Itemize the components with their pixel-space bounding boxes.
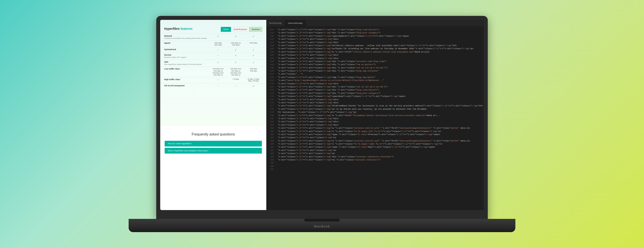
- feature-row-ce-vlan: CE-VLAN transparent — — ✓: [160, 83, 266, 89]
- feature-row-high-traffic: High traffic class — 2.5 Mbps 10 Mbps, 2…: [160, 77, 266, 83]
- faq-section: Frequently asked questions How do I orde…: [160, 126, 266, 196]
- feature-row-speed: Speed 2000 Mbps4000 Mbps 2000 Mbps up400…: [160, 41, 266, 47]
- laptop-base: MacBook: [128, 219, 516, 232]
- laptop-body: Hyperfibre features Home Small Business …: [128, 16, 516, 232]
- features-title: Hyperfibre features: [164, 27, 192, 30]
- features-highlight: features: [180, 27, 192, 30]
- website-preview: Hyperfibre features Home Small Business …: [160, 20, 266, 210]
- faq-item-1[interactable]: How do I order Hyperfibre?: [165, 141, 262, 146]
- nav-tab-small-business[interactable]: Small Business: [231, 27, 250, 32]
- line-numbers: 2532542552562572582592602612622632642652…: [266, 26, 275, 210]
- laptop-brand: MacBook: [314, 225, 330, 228]
- features-section: Hyperfibre features Home Small Business …: [160, 20, 266, 126]
- feature-row-low-traffic: Low traffic class 2000 Mbps down2000 Mbp…: [160, 66, 266, 77]
- laptop-screen-bezel: Hyperfibre features Home Small Business …: [156, 16, 488, 219]
- nav-tab-business[interactable]: Business: [249, 27, 262, 32]
- feature-row-ont: ONT New HyperFibre Optical Network Termi…: [160, 60, 266, 67]
- feature-row-symmetrical: Symmetrical — ✓ ✓: [160, 47, 266, 52]
- code-area[interactable]: "c-attr">class="c-lt"><"c-attr">class="c…: [275, 26, 484, 210]
- editor-tabs: html.html.twig chorus.html.twig: [266, 20, 484, 26]
- faq-title: Frequently asked questions: [165, 132, 262, 136]
- nav-tab-home[interactable]: Home: [221, 27, 231, 32]
- code-editor: html.html.twig chorus.html.twig 25325425…: [266, 20, 484, 210]
- editor-content: 2532542552562572582592602612622632642652…: [266, 26, 484, 210]
- laptop-notch: [304, 219, 340, 222]
- laptop-wrapper: Hyperfibre features Home Small Business …: [112, 8, 532, 240]
- feature-row-network: Network Customers connected to the exist…: [160, 33, 266, 41]
- editor-tab-html[interactable]: html.html.twig: [266, 20, 285, 26]
- faq-item-2[interactable]: Why is Hyperfibre only available in few …: [165, 148, 262, 154]
- editor-tab-chorus[interactable]: chorus.html.twig: [285, 20, 306, 26]
- feature-row-service: Service Business restore 24/7 support — …: [160, 52, 266, 60]
- laptop-screen-inner: Hyperfibre features Home Small Business …: [160, 20, 484, 210]
